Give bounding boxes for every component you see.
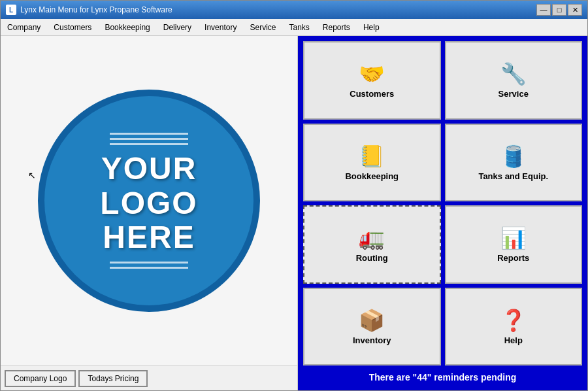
right-panel: Customers Service Bookkeeping Tanks and …: [298, 36, 587, 390]
bottom-bar: Company Logo Todays Pricing: [1, 366, 297, 390]
menu-item-customers[interactable]: Customers: [47, 19, 98, 35]
routing-label: Routing: [356, 253, 388, 263]
service-label: Service: [498, 89, 529, 99]
menu-item-inventory[interactable]: Inventory: [198, 19, 243, 35]
logo-line-2: [110, 138, 188, 140]
routing-button[interactable]: Routing: [303, 205, 441, 284]
menu-item-bookkeeping[interactable]: Bookkeeping: [98, 19, 156, 35]
title-bar: L Lynx Main Menu for Lynx Propane Softwa…: [1, 1, 587, 19]
inventory-label: Inventory: [353, 335, 391, 345]
minimize-button[interactable]: —: [536, 4, 551, 16]
reports-button[interactable]: Reports: [445, 205, 583, 284]
menu-item-service[interactable]: Service: [243, 19, 282, 35]
book-icon: [359, 144, 385, 167]
mouse-cursor: ↖: [28, 170, 36, 180]
main-content: YOUR LOGO HERE ↖ Company Logo Todays Pri…: [1, 36, 587, 390]
logo-line-4: [110, 262, 188, 264]
menu-item-company[interactable]: Company: [1, 19, 47, 35]
service-button[interactable]: Service: [445, 41, 583, 120]
customers-button[interactable]: Customers: [303, 41, 441, 120]
menu-item-tanks[interactable]: Tanks: [282, 19, 316, 35]
close-button[interactable]: ✕: [568, 4, 582, 16]
logo-lines-top: [110, 133, 188, 145]
tank-icon: [500, 144, 527, 167]
todays-pricing-button[interactable]: Todays Pricing: [78, 370, 148, 387]
app-icon: L: [6, 5, 16, 15]
button-grid: Customers Service Bookkeeping Tanks and …: [303, 41, 582, 366]
left-panel: YOUR LOGO HERE ↖ Company Logo Todays Pri…: [1, 36, 298, 390]
handshake-icon: [359, 61, 385, 85]
customers-label: Customers: [350, 89, 394, 99]
menu-item-delivery[interactable]: Delivery: [157, 19, 198, 35]
wrench-icon: [500, 61, 527, 85]
bookkeeping-button[interactable]: Bookkeeping: [303, 124, 441, 202]
tanks-equip-label: Tanks and Equip.: [478, 171, 548, 181]
logo-lines-bottom: [110, 262, 188, 269]
window-title: Lynx Main Menu for Lynx Propane Software: [20, 5, 536, 14]
main-window: L Lynx Main Menu for Lynx Propane Softwa…: [0, 0, 588, 391]
truck-icon: [359, 226, 385, 249]
report-icon: [500, 226, 527, 249]
help-label: Help: [504, 335, 523, 345]
logo-line-5: [110, 267, 188, 269]
menu-item-reports[interactable]: Reports: [316, 19, 357, 35]
inventory-button[interactable]: Inventory: [303, 288, 441, 366]
barcode-icon: [359, 308, 385, 332]
company-logo-button[interactable]: Company Logo: [5, 370, 76, 387]
menu-bar: Company Customers Bookkeeping Delivery I…: [1, 19, 587, 36]
reminder-text: There are "44" reminders pending: [303, 369, 582, 385]
logo-line-1: [110, 133, 188, 135]
tanks-equip-button[interactable]: Tanks and Equip.: [445, 124, 583, 202]
window-controls: — □ ✕: [536, 4, 582, 16]
maximize-button[interactable]: □: [552, 4, 566, 16]
bookkeeping-label: Bookkeeping: [345, 171, 399, 181]
logo-area: YOUR LOGO HERE ↖: [1, 36, 297, 366]
help-icon: [500, 308, 527, 332]
logo-line-3: [110, 143, 188, 145]
help-button[interactable]: Help: [445, 288, 583, 366]
reports-label: Reports: [497, 253, 529, 263]
menu-item-help[interactable]: Help: [357, 19, 386, 35]
logo-text: YOUR LOGO HERE: [100, 152, 197, 255]
logo-circle: YOUR LOGO HERE: [38, 90, 260, 312]
